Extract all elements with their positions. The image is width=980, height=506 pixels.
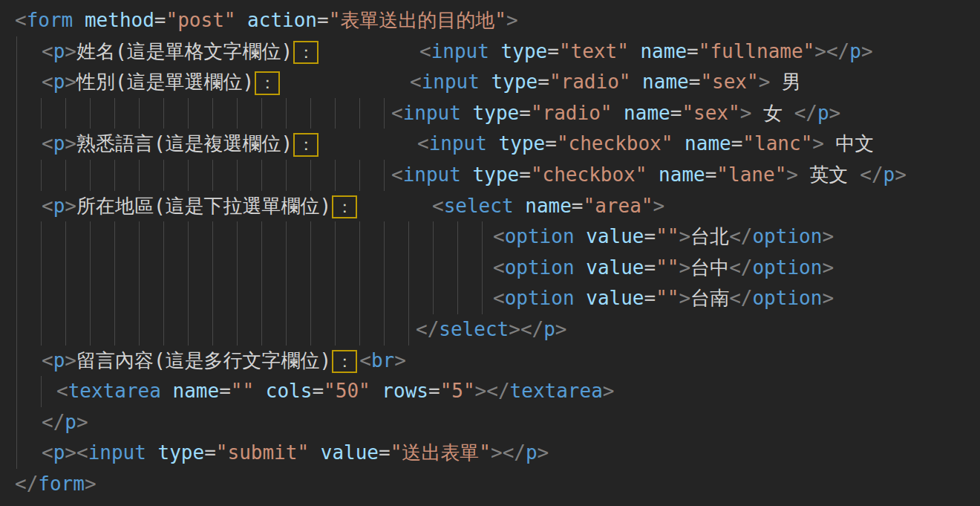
token-punctuation: > [822,287,834,309]
code-line: <p>性別(這是單選欄位)：<input type="radio" name="… [0,67,980,98]
token-equals: = [572,195,584,217]
indent-guide [384,98,385,129]
token-punctuation: < [410,71,422,93]
token-attribute-name: type [473,102,520,124]
token-attribute-name: value [321,441,379,464]
token-punctuation: > [603,380,615,402]
token-text [73,9,85,31]
token-text [480,71,491,93]
token-string-value: "sex" [682,102,739,124]
token-tag-name: input [403,102,461,124]
indent-guide [41,376,42,407]
indent-guide [261,160,262,191]
token-equals: = [519,163,531,186]
token-punctuation: > [65,40,76,62]
token-string-value: "text" [559,40,629,62]
token-text [630,71,642,93]
indent-guide [237,314,238,346]
token-attribute-name: name [640,40,687,62]
token-tag-name: p [849,40,861,62]
token-punctuation: ></ [509,318,543,340]
unicode-highlight-box: ： [255,71,280,95]
code-chunk: <p>性別(這是單選欄位)： [42,67,282,98]
indent-guide [16,36,17,68]
token-text: 男 [770,71,801,93]
indent-guide [261,283,262,314]
code-chunk: </p> [42,407,88,438]
indent-guide [335,160,336,191]
token-equals: = [547,40,559,62]
indent-guide [408,283,409,314]
token-punctuation: > [653,195,664,217]
indent-guide [114,253,115,284]
token-equals: = [670,102,682,124]
indent-guide [237,160,238,191]
indent-guide [41,314,42,346]
token-text: 中文 [824,132,875,155]
indent-guide [286,314,287,346]
indent-guide [212,98,213,129]
token-equals: = [644,256,656,279]
code-chunk: <textarea name="" cols="50" rows="5"></t… [56,376,614,407]
token-attribute-name: name [173,380,220,402]
token-equals: = [687,40,699,62]
indent-guide [457,253,458,284]
token-text: 留言內容(這是多行文字欄位) [76,349,331,372]
token-string-value: "" [656,287,679,309]
indent-guide [90,283,91,314]
token-tag-name: p [53,40,65,62]
token-string-value: "submit" [216,441,309,464]
token-string-value: "radio" [549,71,631,93]
token-attribute-name: type [491,71,538,93]
token-text: 英文 [798,163,860,186]
code-chunk: <form method="post" action="表單送出的目的地"> [15,5,518,36]
token-tag-name: option [752,256,822,279]
indent-guide [90,314,91,346]
indent-guide [139,160,140,191]
token-punctuation: < [15,9,27,31]
token-text: 台中 [690,256,729,279]
code-line: <p>所在地區(這是下拉選單欄位)：<select name="area"> [0,191,980,222]
code-line: <p>留言內容(這是多行文字欄位)：<br> [0,346,980,377]
token-punctuation: < [417,132,429,155]
token-tag-name: textarea [510,380,603,402]
indent-guide [114,221,115,253]
token-punctuation: > [65,132,76,155]
token-string-value: "fullname" [699,40,815,62]
indent-guide [212,221,213,253]
token-attribute-name: type [499,132,546,155]
indent-guide [261,314,262,346]
token-punctuation: < [42,71,53,93]
token-punctuation: </ [15,473,38,495]
code-line: <p>姓名(這是單格文字欄位)：<input type="text" name=… [0,36,980,68]
token-punctuation: > [76,411,88,433]
indent-guide [359,253,360,284]
code-line: <input type="checkbox" name="lane"> 英文 <… [0,160,980,191]
token-text [673,132,685,155]
indent-guide [359,283,360,314]
indent-guide [261,221,262,253]
indent-guide [310,314,311,346]
token-punctuation: < [42,441,53,464]
code-chunk: <p>姓名(這是單格文字欄位)： [42,36,321,68]
token-punctuation: > [822,256,834,279]
token-text [647,163,659,186]
token-attribute-name: name [659,163,705,186]
token-text: 台北 [690,225,729,247]
unicode-highlight-box: ： [293,41,318,65]
indent-guide [16,129,17,160]
code-line: </p> [0,407,980,438]
indent-guide [433,221,434,253]
token-string-value: "" [231,380,254,402]
token-tag-name: option [752,287,822,309]
indent-guide [188,98,189,129]
indent-guide [310,221,311,253]
indent-guide [408,314,409,346]
code-editor[interactable]: <form method="post" action="表單送出的目的地"><p… [0,0,980,506]
indent-guide [16,376,17,407]
indent-guide [41,221,42,253]
token-punctuation: </ [416,318,439,340]
indent-guide [41,98,42,129]
indent-guide [139,98,140,129]
token-attribute-name: name [642,71,689,93]
